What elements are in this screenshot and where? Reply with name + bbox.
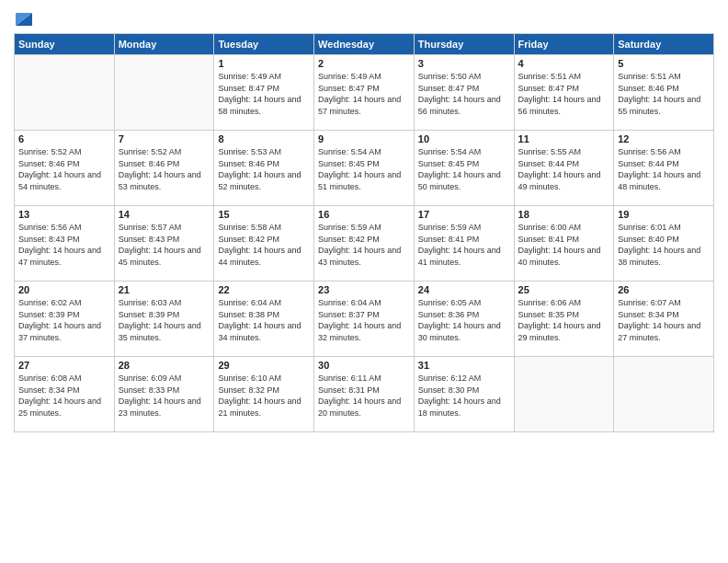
day-number: 14 (119, 209, 210, 220)
day-info: Sunrise: 6:09 AMSunset: 8:33 PMDaylight:… (119, 373, 210, 419)
day-info: Sunrise: 6:03 AMSunset: 8:39 PMDaylight:… (119, 297, 210, 343)
page: SundayMondayTuesdayWednesdayThursdayFrid… (0, 0, 728, 563)
calendar-week-row: 20Sunrise: 6:02 AMSunset: 8:39 PMDayligh… (15, 282, 714, 357)
calendar-day-cell: 7Sunrise: 5:52 AMSunset: 8:46 PMDaylight… (114, 131, 214, 206)
day-info: Sunrise: 5:56 AMSunset: 8:44 PMDaylight:… (618, 146, 710, 192)
day-info: Sunrise: 5:49 AMSunset: 8:47 PMDaylight:… (318, 71, 410, 117)
day-number: 27 (18, 360, 110, 371)
calendar-day-cell: 14Sunrise: 5:57 AMSunset: 8:43 PMDayligh… (114, 206, 214, 282)
calendar-day-cell: 24Sunrise: 6:05 AMSunset: 8:36 PMDayligh… (414, 282, 514, 357)
day-info: Sunrise: 5:55 AMSunset: 8:44 PMDaylight:… (518, 146, 610, 192)
day-info: Sunrise: 6:07 AMSunset: 8:34 PMDaylight:… (618, 297, 710, 343)
day-number: 3 (418, 58, 510, 69)
day-number: 17 (418, 209, 510, 220)
calendar-day-cell: 10Sunrise: 5:54 AMSunset: 8:45 PMDayligh… (414, 131, 514, 206)
calendar-week-row: 27Sunrise: 6:08 AMSunset: 8:34 PMDayligh… (15, 357, 714, 432)
calendar-day-cell: 13Sunrise: 5:56 AMSunset: 8:43 PMDayligh… (15, 206, 115, 282)
day-info: Sunrise: 6:05 AMSunset: 8:36 PMDaylight:… (418, 297, 510, 343)
day-number: 22 (218, 284, 310, 295)
calendar-day-cell (114, 55, 214, 131)
day-number: 29 (218, 360, 310, 371)
calendar-day-cell: 15Sunrise: 5:58 AMSunset: 8:42 PMDayligh… (214, 206, 314, 282)
calendar-day-cell: 18Sunrise: 6:00 AMSunset: 8:41 PMDayligh… (514, 206, 614, 282)
day-number: 2 (318, 58, 410, 69)
day-info: Sunrise: 5:49 AMSunset: 8:47 PMDaylight:… (218, 71, 310, 117)
calendar-day-cell: 30Sunrise: 6:11 AMSunset: 8:31 PMDayligh… (314, 357, 415, 432)
weekday-header: Sunday (15, 34, 115, 55)
day-info: Sunrise: 5:59 AMSunset: 8:42 PMDaylight:… (318, 222, 410, 268)
weekday-header: Monday (114, 34, 214, 55)
day-number: 21 (119, 284, 210, 295)
day-info: Sunrise: 6:04 AMSunset: 8:38 PMDaylight:… (218, 297, 310, 343)
day-info: Sunrise: 6:11 AMSunset: 8:31 PMDaylight:… (318, 373, 410, 419)
day-number: 7 (119, 133, 210, 144)
day-info: Sunrise: 5:56 AMSunset: 8:43 PMDaylight:… (18, 222, 110, 268)
calendar-day-cell (514, 357, 614, 432)
day-number: 23 (318, 284, 410, 295)
calendar-day-cell: 21Sunrise: 6:03 AMSunset: 8:39 PMDayligh… (114, 282, 214, 357)
weekday-header: Tuesday (214, 34, 314, 55)
calendar-day-cell: 23Sunrise: 6:04 AMSunset: 8:37 PMDayligh… (314, 282, 415, 357)
day-info: Sunrise: 5:57 AMSunset: 8:43 PMDaylight:… (119, 222, 210, 268)
day-number: 25 (518, 284, 610, 295)
calendar-day-cell: 17Sunrise: 5:59 AMSunset: 8:41 PMDayligh… (414, 206, 514, 282)
calendar-day-cell: 4Sunrise: 5:51 AMSunset: 8:47 PMDaylight… (514, 55, 614, 131)
calendar-day-cell (15, 55, 115, 131)
day-number: 4 (518, 58, 610, 69)
calendar: SundayMondayTuesdayWednesdayThursdayFrid… (14, 33, 714, 432)
day-number: 20 (18, 284, 110, 295)
day-info: Sunrise: 5:52 AMSunset: 8:46 PMDaylight:… (119, 146, 210, 192)
day-number: 6 (18, 133, 110, 144)
calendar-day-cell: 29Sunrise: 6:10 AMSunset: 8:32 PMDayligh… (214, 357, 314, 432)
calendar-day-cell: 19Sunrise: 6:01 AMSunset: 8:40 PMDayligh… (614, 206, 714, 282)
calendar-day-cell: 6Sunrise: 5:52 AMSunset: 8:46 PMDaylight… (15, 131, 115, 206)
calendar-day-cell: 8Sunrise: 5:53 AMSunset: 8:46 PMDaylight… (214, 131, 314, 206)
weekday-header: Thursday (414, 34, 514, 55)
day-number: 28 (119, 360, 210, 371)
day-number: 31 (418, 360, 510, 371)
calendar-day-cell: 12Sunrise: 5:56 AMSunset: 8:44 PMDayligh… (614, 131, 714, 206)
logo (14, 9, 32, 26)
day-info: Sunrise: 6:04 AMSunset: 8:37 PMDaylight:… (318, 297, 410, 343)
calendar-day-cell: 25Sunrise: 6:06 AMSunset: 8:35 PMDayligh… (514, 282, 614, 357)
day-info: Sunrise: 6:02 AMSunset: 8:39 PMDaylight:… (18, 297, 110, 343)
day-info: Sunrise: 5:51 AMSunset: 8:46 PMDaylight:… (618, 71, 710, 117)
day-number: 19 (618, 209, 710, 220)
day-info: Sunrise: 6:06 AMSunset: 8:35 PMDaylight:… (518, 297, 610, 343)
calendar-day-cell (614, 357, 714, 432)
calendar-day-cell: 28Sunrise: 6:09 AMSunset: 8:33 PMDayligh… (114, 357, 214, 432)
day-number: 13 (18, 209, 110, 220)
day-info: Sunrise: 5:53 AMSunset: 8:46 PMDaylight:… (218, 146, 310, 192)
day-number: 9 (318, 133, 410, 144)
day-number: 16 (318, 209, 410, 220)
calendar-week-row: 6Sunrise: 5:52 AMSunset: 8:46 PMDaylight… (15, 131, 714, 206)
day-info: Sunrise: 5:54 AMSunset: 8:45 PMDaylight:… (418, 146, 510, 192)
day-number: 11 (518, 133, 610, 144)
header (14, 9, 714, 26)
day-number: 8 (218, 133, 310, 144)
calendar-day-cell: 31Sunrise: 6:12 AMSunset: 8:30 PMDayligh… (414, 357, 514, 432)
calendar-day-cell: 1Sunrise: 5:49 AMSunset: 8:47 PMDaylight… (214, 55, 314, 131)
calendar-day-cell: 2Sunrise: 5:49 AMSunset: 8:47 PMDaylight… (314, 55, 415, 131)
day-info: Sunrise: 6:00 AMSunset: 8:41 PMDaylight:… (518, 222, 610, 268)
weekday-header: Friday (514, 34, 614, 55)
calendar-day-cell: 20Sunrise: 6:02 AMSunset: 8:39 PMDayligh… (15, 282, 115, 357)
day-info: Sunrise: 6:01 AMSunset: 8:40 PMDaylight:… (618, 222, 710, 268)
day-info: Sunrise: 6:08 AMSunset: 8:34 PMDaylight:… (18, 373, 110, 419)
calendar-day-cell: 9Sunrise: 5:54 AMSunset: 8:45 PMDaylight… (314, 131, 415, 206)
day-number: 1 (218, 58, 310, 69)
calendar-day-cell: 26Sunrise: 6:07 AMSunset: 8:34 PMDayligh… (614, 282, 714, 357)
day-info: Sunrise: 5:50 AMSunset: 8:47 PMDaylight:… (418, 71, 510, 117)
day-info: Sunrise: 5:58 AMSunset: 8:42 PMDaylight:… (218, 222, 310, 268)
calendar-header-row: SundayMondayTuesdayWednesdayThursdayFrid… (15, 34, 714, 55)
weekday-header: Saturday (614, 34, 714, 55)
day-info: Sunrise: 5:51 AMSunset: 8:47 PMDaylight:… (518, 71, 610, 117)
day-number: 30 (318, 360, 410, 371)
day-number: 18 (518, 209, 610, 220)
calendar-day-cell: 27Sunrise: 6:08 AMSunset: 8:34 PMDayligh… (15, 357, 115, 432)
calendar-week-row: 13Sunrise: 5:56 AMSunset: 8:43 PMDayligh… (15, 206, 714, 282)
calendar-day-cell: 11Sunrise: 5:55 AMSunset: 8:44 PMDayligh… (514, 131, 614, 206)
logo-text (14, 9, 32, 26)
calendar-day-cell: 22Sunrise: 6:04 AMSunset: 8:38 PMDayligh… (214, 282, 314, 357)
day-number: 5 (618, 58, 710, 69)
